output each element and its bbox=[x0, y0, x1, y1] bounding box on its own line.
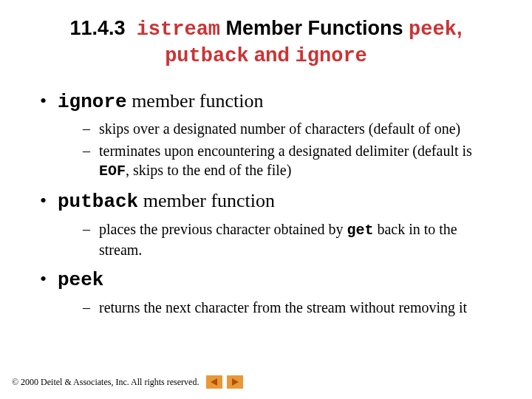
sub-text-pre: returns the next character from the stre… bbox=[99, 299, 467, 316]
svg-marker-0 bbox=[211, 378, 217, 386]
bullet-head-rest: member function bbox=[127, 90, 264, 112]
title-text-and: and bbox=[249, 44, 296, 66]
prev-button[interactable] bbox=[206, 375, 222, 389]
sub-text-pre: skips over a designated number of charac… bbox=[99, 120, 460, 137]
sub-text-pre: terminates upon encountering a designate… bbox=[99, 143, 472, 159]
title-code-peek: peek bbox=[409, 18, 457, 41]
slide-footer: © 2000 Deitel & Associates, Inc. All rig… bbox=[12, 375, 243, 389]
bullet-item-peek: peek returns the next character from the… bbox=[37, 267, 502, 318]
sub-text-pre: places the previous character obtained b… bbox=[99, 221, 347, 237]
sub-list: places the previous character obtained b… bbox=[58, 219, 502, 259]
bullet-head-mono: ignore bbox=[58, 91, 127, 113]
sub-item: skips over a designated number of charac… bbox=[83, 119, 502, 140]
title-code-putback: putback bbox=[165, 45, 248, 67]
title-code-istream: istream bbox=[137, 18, 220, 41]
slide-container: 11.4.3 istream Member Functions peek, pu… bbox=[0, 0, 532, 399]
sub-text-post: , skips to the end of the file) bbox=[126, 162, 291, 178]
nav-arrows bbox=[206, 375, 243, 389]
title-text-comma: , bbox=[457, 17, 463, 39]
sub-item: places the previous character obtained b… bbox=[83, 219, 502, 259]
sub-text-mono: EOF bbox=[99, 163, 126, 180]
next-arrow-icon bbox=[231, 378, 239, 386]
sub-list: returns the next character from the stre… bbox=[58, 298, 502, 318]
title-section-number: 11.4.3 bbox=[70, 17, 126, 39]
next-button[interactable] bbox=[227, 375, 243, 389]
title-text-1: Member Functions bbox=[220, 17, 409, 39]
slide-title: 11.4.3 istream Member Functions peek, pu… bbox=[30, 16, 502, 69]
bullet-item-putback: putback member function places the previ… bbox=[37, 188, 502, 259]
bullet-item-ignore: ignore member function skips over a desi… bbox=[37, 89, 502, 182]
bullet-head-mono: peek bbox=[58, 269, 103, 291]
sub-item: terminates upon encountering a designate… bbox=[83, 141, 502, 181]
bullet-list: ignore member function skips over a desi… bbox=[30, 89, 502, 318]
prev-arrow-icon bbox=[210, 378, 219, 386]
copyright-text: © 2000 Deitel & Associates, Inc. All rig… bbox=[12, 377, 199, 388]
sub-list: skips over a designated number of charac… bbox=[58, 119, 502, 181]
sub-text-mono: get bbox=[347, 222, 373, 239]
bullet-head-rest: member function bbox=[138, 190, 275, 211]
title-code-ignore: ignore bbox=[296, 45, 367, 67]
sub-item: returns the next character from the stre… bbox=[83, 298, 502, 318]
bullet-head-mono: putback bbox=[58, 191, 138, 213]
svg-marker-1 bbox=[232, 378, 239, 386]
